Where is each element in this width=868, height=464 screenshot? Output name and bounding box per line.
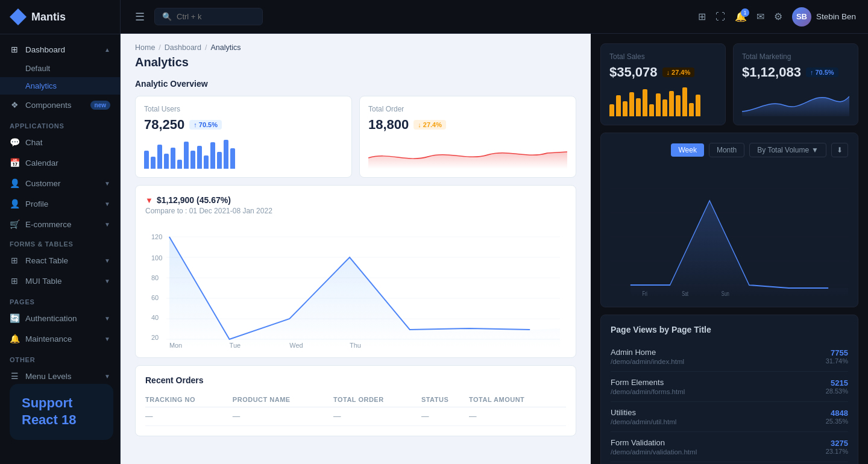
sidebar-logo: Mantis (0, 0, 120, 34)
react-table-icon: ⊞ (10, 256, 19, 265)
sidebar-item-customer[interactable]: 👤 Customer ▼ (0, 173, 120, 193)
sidebar-chat-label: Chat (25, 138, 43, 147)
bar-9 (197, 146, 202, 169)
sidebar-item-ecommerce[interactable]: 🛒 E-commerce ▼ (0, 214, 120, 234)
week-button[interactable]: Week (671, 143, 703, 157)
apps-icon[interactable]: ⊞ (698, 11, 706, 22)
messages-icon[interactable]: ✉ (756, 11, 764, 22)
download-button[interactable]: ⬇ (831, 143, 848, 157)
breadcrumb-home[interactable]: Home (135, 43, 155, 52)
bar-8 (190, 151, 195, 169)
sidebar-item-react-table[interactable]: ⊞ React Table ▼ (0, 250, 120, 271)
orders-table: TRACKING NO PRODUCT NAME TOTAL ORDER STA… (145, 392, 566, 426)
dashboard-icon: ⊞ (10, 45, 19, 54)
sidebar-item-menu-levels[interactable]: ☰ Menu Levels ▼ (0, 366, 120, 386)
overview-section-title: Analytic Overview (135, 79, 576, 89)
income-compare: Compare to : 01 Dec 2021-08 Jan 2022 (145, 207, 272, 215)
bar-5 (171, 148, 175, 169)
total-marketing-chart (742, 87, 849, 116)
sidebar-item-authentication[interactable]: 🔄 Authentication ▼ (0, 308, 120, 328)
recent-orders-section: Recent Orders TRACKING NO PRODUCT NAME T… (121, 365, 591, 446)
chevron-down-icon2: ▼ (104, 201, 110, 207)
total-marketing-badge: ↑ 70.5% (806, 67, 838, 77)
search-input[interactable] (177, 12, 249, 21)
notifications-icon[interactable]: 🔔 1 (735, 11, 747, 22)
settings-icon[interactable]: ⚙ (774, 11, 782, 22)
total-users-chart (144, 140, 343, 169)
svg-text:60: 60 (151, 294, 159, 301)
total-order-card: Total Order 18,800 ↓ 27.4% (359, 96, 576, 178)
col-total-order: TOTAL ORDER (333, 392, 421, 407)
dark-income-toolbar: Week Month By Total Volume ▼ ⬇ (611, 143, 848, 157)
total-order-value: 18,800 (368, 117, 409, 133)
bar-2 (151, 157, 156, 169)
col-tracking: TRACKING NO (145, 392, 233, 407)
pages-section-label: Pages (0, 291, 120, 308)
total-marketing-label: Total Marketing (742, 52, 849, 61)
sidebar-item-calendar[interactable]: 📅 Calendar (0, 152, 120, 173)
user-info[interactable]: SB Stebin Ben (792, 7, 856, 27)
sidebar-calendar-label: Calendar (25, 158, 58, 168)
bar-13 (224, 140, 228, 169)
sidebar-item-profile[interactable]: 👤 Profile ▼ (0, 193, 120, 214)
income-arrow-down-icon: ▼ (145, 196, 153, 205)
month-button[interactable]: Month (709, 143, 744, 157)
col-total-amount: TOTAL AMOUNT (469, 392, 566, 407)
svg-text:Fri: Fri (643, 290, 647, 297)
avatar: SB (792, 7, 811, 27)
table-row: — — — — — (145, 407, 566, 426)
sidebar-item-analytics[interactable]: Analytics (0, 77, 120, 95)
income-overview-section: ▼ $1,12,900 (45.67%) Compare to : 01 Dec… (121, 185, 591, 365)
page-view-item-4: Form Validation /demo/admin/validation.h… (611, 432, 848, 462)
analytic-overview-section: Analytic Overview Total Users 78,250 ↑ 7… (121, 74, 591, 185)
sidebar: Mantis ⊞ Dashboard ▲ Default Analytics ❖… (0, 0, 121, 464)
topbar: ☰ 🔍 ⊞ ⛶ 🔔 1 ✉ ⚙ SB Stebin Ben (121, 0, 868, 34)
chevron-down-volume-icon: ▼ (811, 146, 819, 154)
bar-3 (157, 145, 162, 169)
total-users-label: Total Users (144, 105, 343, 113)
auth-icon: 🔄 (10, 313, 19, 323)
breadcrumb-dashboard[interactable]: Dashboard (165, 43, 201, 52)
menu-levels-icon: ☰ (10, 371, 19, 381)
total-marketing-value: $1,12,083 (742, 64, 801, 80)
sidebar-item-components[interactable]: ❖ Components new (0, 95, 120, 115)
sidebar-ecommerce-label: E-commerce (25, 220, 72, 229)
svg-text:Sun: Sun (722, 290, 729, 297)
total-users-value-row: 78,250 ↑ 70.5% (144, 117, 343, 133)
app-logo-icon (10, 8, 27, 25)
chevron-down-icon7: ▼ (104, 336, 110, 342)
page-view-item-1: Admin Home /demo/admin/index.html 7755 3… (611, 342, 848, 372)
profile-icon: 👤 (10, 199, 19, 208)
total-sales-badge: ↓ 27.4% (662, 67, 695, 77)
sidebar-item-maintenance[interactable]: 🔔 Maintenance ▼ (0, 328, 120, 349)
svg-text:Mon: Mon (169, 342, 182, 348)
svg-text:Wed: Wed (289, 342, 303, 348)
support-popup[interactable]: Support React 18 (10, 384, 113, 440)
menu-toggle-button[interactable]: ☰ (133, 8, 147, 26)
total-order-label: Total Order (368, 105, 567, 113)
bar-1 (144, 151, 149, 169)
applications-section-label: Applications (0, 115, 120, 132)
components-icon: ❖ (10, 100, 19, 110)
sidebar-item-dashboard[interactable]: ⊞ Dashboard ▲ (0, 39, 120, 60)
svg-text:20: 20 (151, 334, 159, 341)
app-name: Mantis (31, 11, 66, 24)
fullscreen-icon[interactable]: ⛶ (715, 11, 725, 22)
search-box[interactable]: 🔍 (154, 8, 263, 25)
chevron-down-icon3: ▼ (104, 221, 110, 228)
volume-button[interactable]: By Total Volume ▼ (749, 143, 826, 157)
sidebar-item-mui-table[interactable]: ⊞ MUI Table ▼ (0, 271, 120, 291)
income-card: ▼ $1,12,900 (45.67%) Compare to : 01 Dec… (135, 185, 576, 358)
svg-text:Tue: Tue (230, 342, 241, 348)
main-content-dark: Total Sales $35,078 ↓ 27.4% (591, 34, 868, 464)
calendar-icon: 📅 (10, 158, 19, 168)
customer-icon: 👤 (10, 178, 19, 188)
sidebar-item-chat[interactable]: 💬 Chat (0, 132, 120, 152)
total-order-badge: ↓ 27.4% (414, 120, 446, 130)
bar-14 (230, 148, 235, 169)
sidebar-item-default[interactable]: Default (0, 60, 120, 77)
arrow-up-icon: ↑ (193, 121, 197, 128)
total-marketing-card: Total Marketing $1,12,083 ↑ 70.5% (733, 43, 858, 125)
page-view-item-3: Utilities /demo/admin/util.html 4848 25.… (611, 402, 848, 432)
svg-text:80: 80 (151, 274, 159, 281)
